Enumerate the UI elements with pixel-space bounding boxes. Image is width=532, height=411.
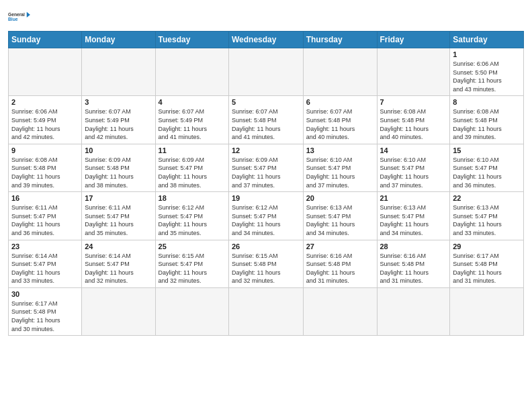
day-info: Sunrise: 6:07 AM Sunset: 5:48 PM Dayligh… xyxy=(306,107,374,141)
day-info: Sunrise: 6:12 AM Sunset: 5:47 PM Dayligh… xyxy=(232,203,300,237)
day-info: Sunrise: 6:10 AM Sunset: 5:47 PM Dayligh… xyxy=(453,156,521,189)
day-number: 20 xyxy=(306,194,374,202)
day-number: 16 xyxy=(11,194,79,202)
calendar-cell xyxy=(155,287,228,335)
calendar-week-row: 23Sunrise: 6:14 AM Sunset: 5:47 PM Dayli… xyxy=(9,240,524,287)
day-number: 27 xyxy=(306,242,374,250)
day-number: 24 xyxy=(85,242,152,250)
calendar-cell: 26Sunrise: 6:15 AM Sunset: 5:48 PM Dayli… xyxy=(229,240,304,287)
calendar-cell xyxy=(229,48,304,96)
calendar-cell: 23Sunrise: 6:14 AM Sunset: 5:47 PM Dayli… xyxy=(9,240,82,287)
day-number: 29 xyxy=(453,242,521,250)
calendar-cell: 17Sunrise: 6:11 AM Sunset: 5:47 PM Dayli… xyxy=(82,192,155,240)
day-info: Sunrise: 6:15 AM Sunset: 5:48 PM Dayligh… xyxy=(232,252,300,285)
calendar-cell: 20Sunrise: 6:13 AM Sunset: 5:47 PM Dayli… xyxy=(303,192,377,240)
day-number: 21 xyxy=(380,194,447,202)
day-number: 25 xyxy=(159,242,226,250)
day-number: 2 xyxy=(11,98,79,106)
day-number: 7 xyxy=(380,98,447,106)
svg-text:Blue: Blue xyxy=(8,17,18,21)
weekday-header-thursday: Thursday xyxy=(303,32,377,48)
day-info: Sunrise: 6:14 AM Sunset: 5:47 PM Dayligh… xyxy=(11,252,79,285)
calendar: SundayMondayTuesdayWednesdayThursdayFrid… xyxy=(8,31,524,336)
calendar-cell: 4Sunrise: 6:07 AM Sunset: 5:49 PM Daylig… xyxy=(155,96,228,144)
calendar-cell: 21Sunrise: 6:13 AM Sunset: 5:47 PM Dayli… xyxy=(377,192,450,240)
day-info: Sunrise: 6:07 AM Sunset: 5:49 PM Dayligh… xyxy=(85,107,152,141)
day-info: Sunrise: 6:13 AM Sunset: 5:47 PM Dayligh… xyxy=(306,203,374,237)
calendar-cell: 8Sunrise: 6:08 AM Sunset: 5:48 PM Daylig… xyxy=(450,96,524,144)
day-number: 28 xyxy=(380,242,447,250)
svg-marker-2 xyxy=(27,12,30,17)
day-info: Sunrise: 6:07 AM Sunset: 5:49 PM Dayligh… xyxy=(159,107,226,141)
day-number: 17 xyxy=(85,194,152,202)
day-info: Sunrise: 6:16 AM Sunset: 5:48 PM Dayligh… xyxy=(380,252,447,285)
header: GeneralBlue xyxy=(8,7,524,27)
day-info: Sunrise: 6:08 AM Sunset: 5:48 PM Dayligh… xyxy=(453,107,521,141)
weekday-header-wednesday: Wednesday xyxy=(229,32,304,48)
day-info: Sunrise: 6:17 AM Sunset: 5:48 PM Dayligh… xyxy=(453,252,521,285)
weekday-header-friday: Friday xyxy=(377,32,450,48)
day-number: 19 xyxy=(232,194,300,202)
day-number: 30 xyxy=(11,290,79,298)
calendar-cell: 30Sunrise: 6:17 AM Sunset: 5:48 PM Dayli… xyxy=(9,287,82,335)
day-info: Sunrise: 6:08 AM Sunset: 5:48 PM Dayligh… xyxy=(11,156,79,189)
weekday-header-sunday: Sunday xyxy=(9,32,82,48)
day-number: 14 xyxy=(380,146,447,154)
day-info: Sunrise: 6:10 AM Sunset: 5:47 PM Dayligh… xyxy=(380,156,447,189)
weekday-header-tuesday: Tuesday xyxy=(155,32,228,48)
page: GeneralBlue SundayMondayTuesdayWednesday… xyxy=(0,0,532,411)
calendar-cell xyxy=(229,287,304,335)
day-info: Sunrise: 6:09 AM Sunset: 5:47 PM Dayligh… xyxy=(159,156,226,189)
svg-text:General: General xyxy=(8,12,25,17)
calendar-week-row: 30Sunrise: 6:17 AM Sunset: 5:48 PM Dayli… xyxy=(9,287,524,335)
calendar-cell: 16Sunrise: 6:11 AM Sunset: 5:47 PM Dayli… xyxy=(9,192,82,240)
calendar-cell xyxy=(303,287,377,335)
calendar-cell: 2Sunrise: 6:06 AM Sunset: 5:49 PM Daylig… xyxy=(9,96,82,144)
calendar-cell: 27Sunrise: 6:16 AM Sunset: 5:48 PM Dayli… xyxy=(303,240,377,287)
day-number: 26 xyxy=(232,242,300,250)
day-number: 10 xyxy=(85,146,152,154)
logo-icon: GeneralBlue xyxy=(8,7,32,27)
calendar-cell: 7Sunrise: 6:08 AM Sunset: 5:48 PM Daylig… xyxy=(377,96,450,144)
calendar-cell xyxy=(303,48,377,96)
weekday-header-saturday: Saturday xyxy=(450,32,524,48)
calendar-cell: 28Sunrise: 6:16 AM Sunset: 5:48 PM Dayli… xyxy=(377,240,450,287)
day-number: 9 xyxy=(11,146,79,154)
calendar-cell: 5Sunrise: 6:07 AM Sunset: 5:48 PM Daylig… xyxy=(229,96,304,144)
day-info: Sunrise: 6:16 AM Sunset: 5:48 PM Dayligh… xyxy=(306,252,374,285)
calendar-cell xyxy=(155,48,228,96)
day-number: 1 xyxy=(453,50,521,58)
calendar-week-row: 9Sunrise: 6:08 AM Sunset: 5:48 PM Daylig… xyxy=(9,144,524,191)
day-info: Sunrise: 6:17 AM Sunset: 5:48 PM Dayligh… xyxy=(11,300,79,333)
calendar-cell: 25Sunrise: 6:15 AM Sunset: 5:47 PM Dayli… xyxy=(155,240,228,287)
day-info: Sunrise: 6:06 AM Sunset: 5:49 PM Dayligh… xyxy=(11,107,79,141)
day-number: 22 xyxy=(453,194,521,202)
day-number: 18 xyxy=(159,194,226,202)
calendar-week-row: 16Sunrise: 6:11 AM Sunset: 5:47 PM Dayli… xyxy=(9,192,524,240)
weekday-header-monday: Monday xyxy=(82,32,155,48)
day-info: Sunrise: 6:11 AM Sunset: 5:47 PM Dayligh… xyxy=(85,203,152,237)
day-info: Sunrise: 6:15 AM Sunset: 5:47 PM Dayligh… xyxy=(159,252,226,285)
day-number: 6 xyxy=(306,98,374,106)
calendar-cell: 24Sunrise: 6:14 AM Sunset: 5:47 PM Dayli… xyxy=(82,240,155,287)
calendar-cell: 29Sunrise: 6:17 AM Sunset: 5:48 PM Dayli… xyxy=(450,240,524,287)
weekday-header-row: SundayMondayTuesdayWednesdayThursdayFrid… xyxy=(9,32,524,48)
day-info: Sunrise: 6:08 AM Sunset: 5:48 PM Dayligh… xyxy=(380,107,447,141)
calendar-cell xyxy=(377,48,450,96)
day-info: Sunrise: 6:09 AM Sunset: 5:48 PM Dayligh… xyxy=(85,156,152,189)
day-number: 4 xyxy=(159,98,226,106)
calendar-cell xyxy=(450,287,524,335)
day-info: Sunrise: 6:09 AM Sunset: 5:47 PM Dayligh… xyxy=(232,156,300,189)
day-info: Sunrise: 6:13 AM Sunset: 5:47 PM Dayligh… xyxy=(380,203,447,237)
calendar-cell: 9Sunrise: 6:08 AM Sunset: 5:48 PM Daylig… xyxy=(9,144,82,191)
calendar-cell: 3Sunrise: 6:07 AM Sunset: 5:49 PM Daylig… xyxy=(82,96,155,144)
day-number: 12 xyxy=(232,146,300,154)
calendar-cell: 15Sunrise: 6:10 AM Sunset: 5:47 PM Dayli… xyxy=(450,144,524,191)
logo: GeneralBlue xyxy=(8,7,32,27)
calendar-cell xyxy=(82,287,155,335)
day-number: 23 xyxy=(11,242,79,250)
day-info: Sunrise: 6:07 AM Sunset: 5:48 PM Dayligh… xyxy=(232,107,300,141)
calendar-cell: 19Sunrise: 6:12 AM Sunset: 5:47 PM Dayli… xyxy=(229,192,304,240)
day-info: Sunrise: 6:11 AM Sunset: 5:47 PM Dayligh… xyxy=(11,203,79,237)
day-number: 13 xyxy=(306,146,374,154)
